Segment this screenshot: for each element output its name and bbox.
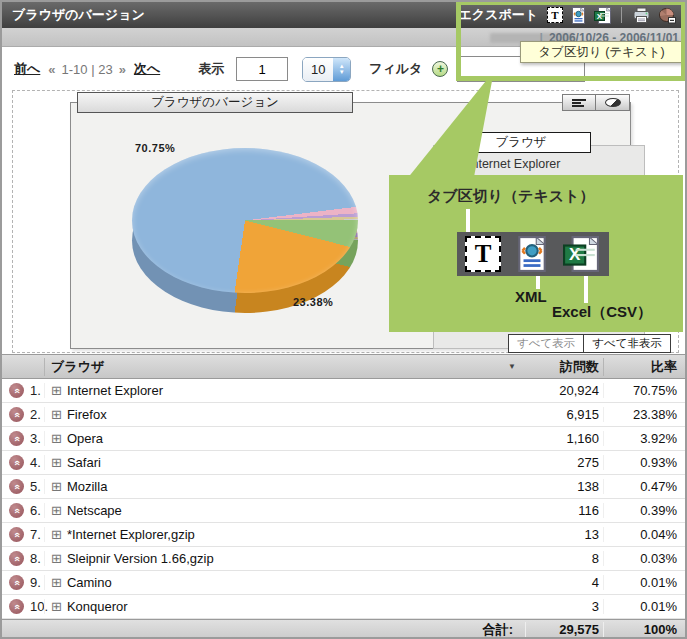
report-page: ブラウザのバージョン エクスポート T X |2006/10/26 - 2006… xyxy=(0,0,687,639)
pie-chart[interactable] xyxy=(132,148,358,293)
stepper-arrows-icon[interactable]: ▲▼ xyxy=(333,58,350,81)
expand-plus-icon[interactable]: ⊞ xyxy=(51,480,62,493)
visits-column-header[interactable]: 訪問数 xyxy=(525,358,603,376)
per-page-stepper[interactable]: 10 ▲▼ xyxy=(302,57,351,82)
xml-export-icon[interactable] xyxy=(570,7,587,24)
table-row[interactable]: « 8. ⊞ Sleipnir Version 1.66,gzip 8 0.03… xyxy=(2,547,685,571)
xml-export-icon-large xyxy=(514,236,550,272)
browser-name[interactable]: Internet Explorer xyxy=(67,383,163,398)
browser-column-header[interactable]: ブラウザ xyxy=(44,358,499,376)
expand-plus-icon[interactable]: ⊞ xyxy=(51,552,62,565)
table-row[interactable]: « 10. ⊞ Konqueror 3 0.01% xyxy=(2,595,685,619)
tab-delimited-callout-label: タブ区切り（テキスト） xyxy=(427,187,594,206)
browser-name[interactable]: Konqueror xyxy=(67,599,128,614)
expand-plus-icon[interactable]: ⊞ xyxy=(51,576,62,589)
table-row[interactable]: « 1. ⊞ Internet Explorer 20,924 70.75% xyxy=(2,379,685,403)
pie-label-ie: 70.75% xyxy=(135,142,175,154)
show-label: 表示 xyxy=(198,60,224,78)
browser-name[interactable]: Safari xyxy=(67,455,101,470)
ratio-value: 0.04% xyxy=(603,527,685,542)
visits-value: 6,915 xyxy=(525,407,603,422)
ratio-value: 23.38% xyxy=(603,407,685,422)
expand-plus-icon[interactable]: ⊞ xyxy=(51,456,62,469)
annotation-callout: タブ区切り（テキスト） T X XML Excel（CSV） xyxy=(389,175,683,332)
ratio-column-header[interactable]: 比率 xyxy=(603,358,685,376)
rank-up-icon: « xyxy=(9,551,24,566)
page-start-input[interactable] xyxy=(236,57,288,81)
browser-name[interactable]: Firefox xyxy=(67,407,107,422)
visits-value: 1,160 xyxy=(525,431,603,446)
rank-up-icon: « xyxy=(9,431,24,446)
total-label: 合計: xyxy=(44,621,525,639)
prev-link[interactable]: 前へ xyxy=(14,60,40,78)
rank-number: 9. xyxy=(30,575,41,590)
visits-value: 20,924 xyxy=(525,383,603,398)
browser-name[interactable]: Sleipnir Version 1.66,gzip xyxy=(67,551,214,566)
rank-number: 4. xyxy=(30,455,41,470)
rank-number: 5. xyxy=(30,479,41,494)
expand-plus-icon[interactable]: ⊞ xyxy=(51,384,62,397)
per-page-value: 10 xyxy=(303,58,333,81)
expand-plus-icon[interactable]: ⊞ xyxy=(51,504,62,517)
toolbar-separator xyxy=(621,7,622,23)
ratio-value: 0.03% xyxy=(603,551,685,566)
add-filter-icon[interactable]: + xyxy=(432,61,448,77)
rank-up-icon: « xyxy=(9,599,24,614)
table-row[interactable]: « 4. ⊞ Safari 275 0.93% xyxy=(2,451,685,475)
chevrons-left-icon: « xyxy=(48,62,55,77)
page-title: ブラウザのバージョン xyxy=(2,6,145,24)
table-body: « 1. ⊞ Internet Explorer 20,924 70.75% «… xyxy=(2,379,685,619)
browser-name[interactable]: Camino xyxy=(67,575,112,590)
report-options-icon[interactable] xyxy=(658,7,677,24)
show-all-button[interactable]: すべて表示 xyxy=(508,334,584,353)
browser-name[interactable]: Netscape xyxy=(67,503,122,518)
export-label: エクスポート xyxy=(458,6,538,24)
next-link[interactable]: 次へ xyxy=(134,60,160,78)
rank-up-icon: « xyxy=(9,527,24,542)
visits-value: 8 xyxy=(525,551,603,566)
pie-chart-view-button[interactable] xyxy=(596,94,630,111)
export-toolbar: エクスポート T X xyxy=(458,2,677,28)
expand-plus-icon[interactable]: ⊞ xyxy=(51,528,62,541)
table-row[interactable]: « 7. ⊞ *Internet Explorer,gzip 13 0.04% xyxy=(2,523,685,547)
visits-value: 13 xyxy=(525,527,603,542)
table-row[interactable]: « 9. ⊞ Camino 4 0.01% xyxy=(2,571,685,595)
callout-connector-line xyxy=(584,276,588,303)
rank-number: 8. xyxy=(30,551,41,566)
table-header: ブラウザ ▼ 訪問数 比率 xyxy=(2,354,685,379)
rank-up-icon: « xyxy=(9,383,24,398)
table-footer: 合計: 29,575 100% xyxy=(2,619,685,639)
ratio-value: 0.93% xyxy=(603,455,685,470)
rank-up-icon: « xyxy=(9,503,24,518)
rank-up-icon: « xyxy=(9,455,24,470)
bar-chart-view-button[interactable] xyxy=(562,94,596,111)
legend-label-ie: Internet Explorer xyxy=(468,157,560,171)
hide-all-button[interactable]: すべて非表示 xyxy=(584,334,671,353)
browser-name[interactable]: Opera xyxy=(67,431,103,446)
excel-callout-label: Excel（CSV） xyxy=(552,303,652,322)
table-row[interactable]: « 5. ⊞ Mozilla 138 0.47% xyxy=(2,475,685,499)
table-row[interactable]: « 3. ⊞ Opera 1,160 3.92% xyxy=(2,427,685,451)
pie-chart-icon xyxy=(605,98,621,107)
ratio-value: 0.01% xyxy=(603,599,685,614)
table-row[interactable]: « 6. ⊞ Netscape 116 0.39% xyxy=(2,499,685,523)
title-bar: ブラウザのバージョン エクスポート T X xyxy=(2,2,685,28)
tab-delimited-export-icon[interactable]: T xyxy=(547,7,563,23)
browser-name[interactable]: *Internet Explorer,gzip xyxy=(67,527,195,542)
sort-descending-icon[interactable]: ▼ xyxy=(499,362,525,371)
total-pct: 100% xyxy=(603,622,685,637)
tab-delimited-export-icon-large: T xyxy=(465,236,501,272)
expand-plus-icon[interactable]: ⊞ xyxy=(51,600,62,613)
ratio-value: 3.92% xyxy=(603,431,685,446)
expand-plus-icon[interactable]: ⊞ xyxy=(51,432,62,445)
browser-name[interactable]: Mozilla xyxy=(67,479,107,494)
excel-export-icon[interactable]: X xyxy=(594,7,611,24)
rank-up-icon: « xyxy=(9,407,24,422)
rank-number: 1. xyxy=(30,383,41,398)
callout-connector-line xyxy=(466,209,470,232)
print-icon[interactable] xyxy=(632,7,651,24)
callout-icon-strip: T X xyxy=(457,232,609,276)
table-row[interactable]: « 2. ⊞ Firefox 6,915 23.38% xyxy=(2,403,685,427)
expand-plus-icon[interactable]: ⊞ xyxy=(51,408,62,421)
rank-number: 6. xyxy=(30,503,41,518)
